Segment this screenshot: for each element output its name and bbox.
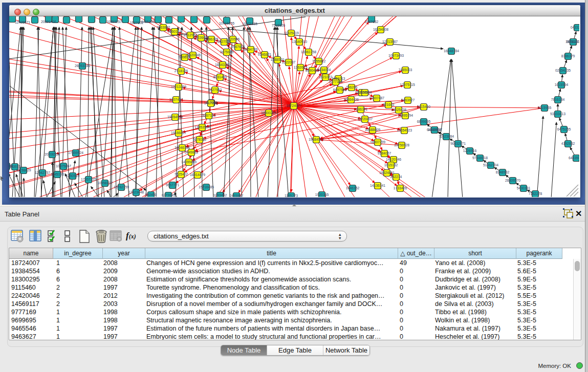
svg-text:26053346: 26053346: [75, 64, 90, 68]
svg-text:17359924: 17359924: [68, 151, 83, 155]
svg-text:15720407: 15720407: [357, 117, 373, 121]
svg-text:19756928: 19756928: [394, 143, 409, 147]
svg-text:1207467: 1207467: [169, 98, 183, 101]
svg-text:9384067: 9384067: [378, 151, 391, 155]
svg-text:12942757: 12942757: [35, 171, 50, 174]
svg-text:1185273: 1185273: [285, 194, 298, 197]
svg-text:14495794: 14495794: [398, 114, 413, 117]
svg-text:6475255: 6475255: [557, 127, 571, 131]
svg-text:1417006: 1417006: [204, 101, 218, 105]
svg-text:10607487: 10607487: [369, 96, 384, 100]
svg-text:8186325: 8186325: [205, 37, 219, 41]
svg-text:18724007: 18724007: [286, 104, 301, 107]
svg-text:10671355: 10671355: [242, 22, 257, 26]
svg-text:4192832: 4192832: [561, 142, 575, 145]
svg-text:3267130: 3267130: [202, 114, 216, 117]
svg-text:12213369: 12213369: [171, 85, 186, 89]
svg-text:16046786: 16046786: [175, 146, 190, 149]
svg-text:11156829: 11156829: [16, 168, 31, 172]
svg-text:2718126: 2718126: [175, 69, 188, 73]
svg-text:19654923: 19654923: [397, 128, 412, 132]
svg-text:5430391: 5430391: [517, 186, 531, 190]
svg-text:16648784: 16648784: [444, 49, 459, 53]
svg-text:1920345: 1920345: [315, 193, 329, 196]
svg-text:1046352: 1046352: [346, 186, 360, 190]
svg-text:19384554: 19384554: [309, 138, 324, 141]
svg-text:5878332: 5878332: [193, 138, 207, 141]
svg-text:20364436: 20364436: [343, 98, 359, 101]
svg-text:20206556: 20206556: [45, 152, 60, 156]
svg-text:9146821: 9146821: [258, 53, 272, 56]
svg-text:7663822: 7663822: [157, 26, 170, 29]
svg-text:6466160: 6466160: [141, 20, 155, 24]
svg-text:17957225: 17957225: [81, 178, 96, 181]
svg-text:8148932: 8148932: [496, 170, 510, 174]
svg-text:97848018: 97848018: [472, 156, 488, 160]
svg-text:7386372: 7386372: [354, 107, 368, 111]
svg-text:252274: 252274: [390, 175, 402, 179]
svg-text:993915: 993915: [9, 165, 21, 168]
svg-text:1615594: 1615594: [555, 83, 569, 86]
svg-text:1640954: 1640954: [428, 128, 442, 132]
svg-text:6899695: 6899695: [417, 120, 431, 123]
svg-text:16782759: 16782759: [114, 185, 129, 189]
svg-text:8031449: 8031449: [213, 75, 227, 79]
svg-text:2967608: 2967608: [231, 45, 245, 49]
svg-text:8427552: 8427552: [208, 88, 222, 92]
svg-text:12405571: 12405571: [15, 20, 30, 24]
svg-text:15751074: 15751074: [565, 40, 579, 43]
svg-text:1615132: 1615132: [384, 163, 398, 167]
svg-text:6497568: 6497568: [333, 88, 347, 92]
svg-text:10688609: 10688609: [365, 128, 380, 132]
svg-text:13640910: 13640910: [292, 40, 307, 43]
svg-text:12213987: 12213987: [382, 40, 398, 43]
svg-text:14120746: 14120746: [386, 158, 401, 161]
svg-text:8386379: 8386379: [561, 54, 575, 58]
svg-text:7515526: 7515526: [272, 24, 286, 27]
svg-text:16961758: 16961758: [301, 50, 316, 54]
svg-text:19166827: 19166827: [171, 131, 186, 135]
svg-text:96532871: 96532871: [450, 142, 466, 145]
svg-text:10025438: 10025438: [391, 108, 406, 112]
svg-text:51462704: 51462704: [483, 163, 498, 167]
svg-text:1320546: 1320546: [226, 37, 240, 41]
svg-text:1093452: 1093452: [213, 193, 227, 197]
svg-text:9734024: 9734024: [317, 68, 331, 72]
svg-text:18807299: 18807299: [370, 140, 385, 144]
svg-text:93103413: 93103413: [550, 112, 565, 116]
svg-text:1145195: 1145195: [51, 172, 64, 176]
svg-text:9463627: 9463627: [401, 98, 415, 102]
svg-text:28809570: 28809570: [505, 179, 520, 182]
svg-text:7955812: 7955812: [312, 59, 326, 63]
svg-text:64835030: 64835030: [569, 156, 579, 160]
svg-text:16543362: 16543362: [215, 63, 230, 67]
svg-text:10719155: 10719155: [219, 21, 234, 25]
svg-text:14136141: 14136141: [370, 184, 385, 187]
svg-text:11325419: 11325419: [284, 31, 299, 35]
svg-text:1226916: 1226916: [463, 149, 477, 152]
svg-text:1250515: 1250515: [66, 174, 80, 178]
svg-text:16914479: 16914479: [190, 173, 205, 177]
svg-text:8454749: 8454749: [244, 48, 258, 51]
svg-text:0433218: 0433218: [571, 26, 579, 29]
svg-text:9115460: 9115460: [417, 105, 430, 108]
svg-text:1624554: 1624554: [358, 91, 372, 94]
svg-text:7485003: 7485003: [399, 68, 412, 72]
svg-text:5449822: 5449822: [185, 150, 199, 154]
svg-text:10973493: 10973493: [388, 54, 404, 57]
svg-text:9660124: 9660124: [168, 30, 182, 33]
svg-text:7816184: 7816184: [551, 98, 565, 101]
svg-text:16154808: 16154808: [373, 28, 388, 31]
svg-text:8273645: 8273645: [162, 193, 176, 197]
svg-text:19654985: 19654985: [167, 115, 183, 119]
svg-text:12923448: 12923448: [128, 190, 144, 194]
svg-text:1733426: 1733426: [394, 186, 407, 190]
svg-text:9657771: 9657771: [166, 183, 180, 187]
svg-text:8215955: 8215955: [538, 106, 552, 110]
svg-text:2987682: 2987682: [365, 20, 379, 24]
svg-text:10958107: 10958107: [97, 181, 113, 185]
svg-text:18300295: 18300295: [261, 111, 276, 115]
svg-text:14099489: 14099489: [181, 160, 197, 164]
svg-text:12975115: 12975115: [400, 83, 415, 86]
svg-text:746266: 746266: [346, 85, 358, 89]
